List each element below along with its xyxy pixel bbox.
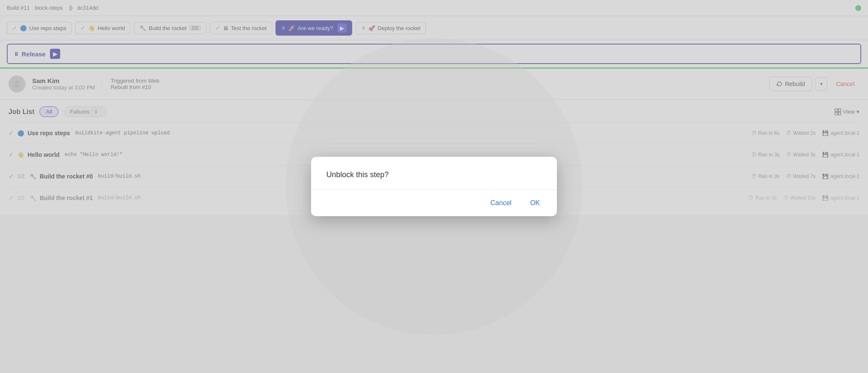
dialog-title: Unblock this step? <box>326 170 389 179</box>
dialog-cancel-button[interactable]: Cancel <box>485 197 517 209</box>
dialog-ok-button[interactable]: OK <box>525 197 545 209</box>
dialog-actions: Cancel OK <box>311 190 557 216</box>
unblock-dialog: Unblock this step? Cancel OK <box>311 157 557 216</box>
dialog-body: Unblock this step? <box>311 157 557 189</box>
modal-overlay: Unblock this step? Cancel OK <box>0 0 868 373</box>
